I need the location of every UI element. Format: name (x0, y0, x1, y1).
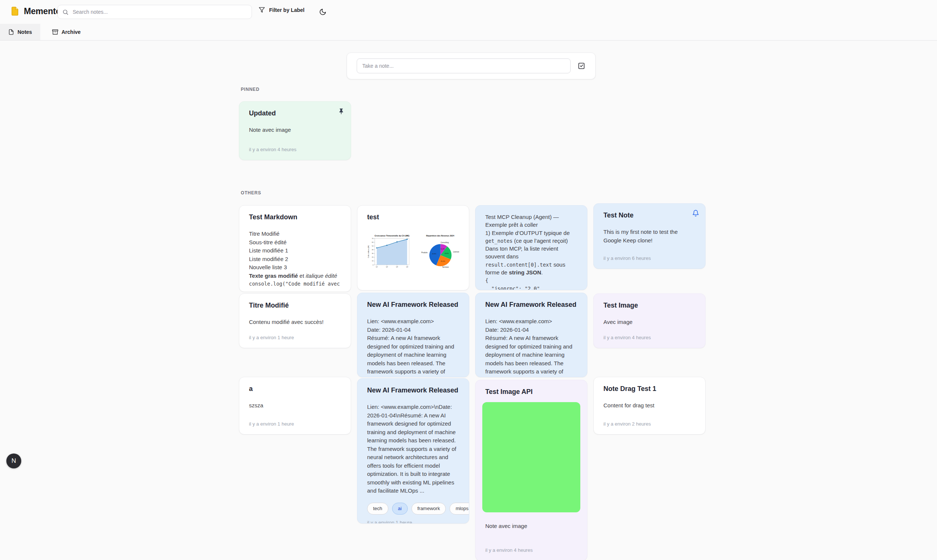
note-timestamp: il y a environ 4 heures (482, 542, 580, 553)
note-images: Croissance Trimestrielle du CA (M€)01020… (367, 228, 459, 277)
filter-by-label-text: Filter by Label (269, 7, 304, 13)
svg-text:Consulting: Consulting (440, 242, 449, 244)
note-card-ai-framework-tags[interactable]: New AI Framework Released Lien: <www.exa… (357, 378, 469, 523)
svg-text:10: 10 (372, 260, 374, 262)
note-tags: techaiframeworkmlopsgpu (367, 503, 459, 515)
note-title: Test Image API (482, 388, 580, 396)
search-bar (57, 5, 252, 19)
svg-text:20: 20 (372, 257, 374, 258)
note-body: Avec image (604, 318, 696, 326)
note-logo-icon (10, 6, 20, 16)
svg-text:Chiffre d'affaires (M€): Chiffre d'affaires (M€) (368, 245, 369, 258)
take-a-note-input[interactable] (357, 58, 571, 73)
svg-text:30: 30 (372, 253, 374, 255)
notes-file-icon (8, 29, 14, 35)
app-window: Memento Filter by Label Notes (0, 0, 937, 560)
note-timestamp: il y a environ 4 heures (249, 142, 341, 152)
pin-icon[interactable] (338, 108, 345, 115)
note-timestamp: il y a environ 2 heures (604, 416, 696, 427)
pinned-section-label: PINNED (241, 87, 259, 92)
tag-framework[interactable]: framework (412, 503, 446, 515)
app-title: Memento (24, 6, 61, 16)
note-title: Test Note (604, 211, 696, 220)
app-header: Memento Filter by Label (0, 0, 937, 24)
search-icon (62, 9, 69, 15)
dark-mode-toggle[interactable] (318, 7, 328, 17)
note-body: This is my first note to test the Google… (604, 228, 696, 245)
note-card-test-image-api[interactable]: Test Image API Note avec image il y a en… (475, 380, 587, 560)
filter-by-label-button[interactable]: Filter by Label (259, 7, 304, 13)
note-title: Titre Modifié (249, 301, 341, 310)
user-avatar[interactable]: N (6, 454, 21, 468)
note-body: Note avec image (249, 126, 341, 134)
svg-text:0: 0 (373, 264, 374, 266)
note-card-test-image[interactable]: Test Image Avec image il y a environ 4 h… (593, 294, 705, 348)
checklist-icon[interactable] (577, 62, 585, 70)
note-card-ai-framework-2[interactable]: New AI Framework Released Lien: <www.exa… (475, 293, 587, 377)
note-title: Test Image (604, 301, 696, 310)
note-title: Updated (249, 109, 341, 118)
note-body: Contenu modifié avec succès! (249, 318, 341, 326)
note-card-test-markdown[interactable]: Test Markdown Titre Modifié Sous-titre é… (239, 205, 351, 292)
archive-icon (52, 29, 58, 35)
svg-text:Produits: Produits (421, 252, 428, 254)
svg-text:40: 40 (372, 249, 374, 251)
tab-archive[interactable]: Archive (44, 24, 89, 40)
note-card-updated[interactable]: Updated Note avec image il y a environ 4… (239, 101, 351, 160)
svg-text:43.8%: 43.8% (432, 253, 437, 255)
svg-text:Q1: Q1 (376, 266, 378, 268)
note-body: Note avec image (482, 522, 580, 531)
tag-tech[interactable]: tech (367, 503, 388, 515)
note-body: Titre Modifié Sous-titre édité Liste mod… (249, 230, 341, 288)
tag-ai[interactable]: ai (392, 503, 408, 515)
note-body: Content for drag test (604, 402, 696, 410)
svg-text:Répartition des Revenus 2024: Répartition des Revenus 2024 (426, 235, 454, 237)
note-body: Test MCP Cleanup (Agent) — Exemple prêt … (485, 213, 577, 290)
note-card-titre-modifie[interactable]: Titre Modifié Contenu modifié avec succè… (239, 294, 351, 348)
note-timestamp: il y a environ 1 heure (367, 515, 459, 523)
note-body: szsza (249, 402, 341, 410)
note-image-green (482, 402, 580, 512)
note-card-ai-framework-1[interactable]: New AI Framework Released Lien: <www.exa… (357, 293, 469, 377)
note-card-mcp-cleanup[interactable]: Test MCP Cleanup (Agent) — Exemple prêt … (475, 205, 587, 290)
note-timestamp: il y a environ 4 heures (604, 329, 696, 340)
note-title: New AI Framework Released (367, 300, 459, 309)
note-body: Lien: <www.example.com> Date: 2026-01-04… (367, 317, 459, 377)
note-title: a (249, 385, 341, 393)
svg-text:70: 70 (372, 238, 374, 239)
note-title: New AI Framework Released (485, 300, 577, 309)
search-input[interactable] (72, 9, 247, 15)
avatar-initial: N (12, 457, 16, 465)
note-card-test-note[interactable]: Test Note This is my first note to test … (593, 203, 705, 269)
svg-text:Croissance Trimestrielle du CA: Croissance Trimestrielle du CA (M€) (375, 235, 410, 237)
tab-notes[interactable]: Notes (0, 24, 40, 40)
note-body: Lien: <www.example.com>\nDate: 2026-01-0… (367, 403, 459, 495)
svg-text:Q4: Q4 (406, 266, 409, 268)
tab-bar: Notes Archive (0, 24, 937, 41)
note-timestamp: il y a environ 1 heure (249, 416, 341, 427)
note-composer (347, 52, 596, 79)
svg-text:10.4%: 10.4% (440, 248, 445, 250)
svg-text:60: 60 (372, 241, 374, 243)
tab-archive-label: Archive (62, 29, 80, 35)
note-title: Test Markdown (249, 213, 341, 222)
area-chart-image: Croissance Trimestrielle du CA (M€)01020… (367, 228, 412, 277)
pie-chart-image: Répartition des Revenus 202410.4%Consult… (421, 228, 459, 277)
svg-text:Services: Services (442, 266, 449, 268)
note-card-a[interactable]: a szsza il y a environ 1 heure (239, 377, 351, 434)
svg-text:Licences: Licences (453, 251, 459, 253)
note-title: New AI Framework Released (367, 386, 459, 395)
note-timestamp: il y a environ 1 heure (249, 329, 341, 340)
reminder-bell-icon[interactable] (692, 210, 699, 217)
note-card-note-drag-test[interactable]: Note Drag Test 1 Content for drag test i… (593, 377, 705, 434)
note-body: Lien: <www.example.com> Date: 2026-01-04… (485, 317, 577, 377)
app-logo: Memento (10, 6, 61, 16)
note-card-test-charts[interactable]: test Croissance Trimestrielle du CA (M€)… (357, 205, 469, 291)
svg-text:50: 50 (372, 245, 374, 247)
funnel-icon (259, 7, 265, 13)
note-timestamp: il y a environ 6 heures (604, 250, 696, 261)
svg-text:20.8%: 20.8% (445, 253, 449, 255)
tag-mlops[interactable]: mlops (449, 503, 469, 515)
note-title: test (367, 213, 459, 222)
svg-text:Q2: Q2 (386, 266, 387, 268)
